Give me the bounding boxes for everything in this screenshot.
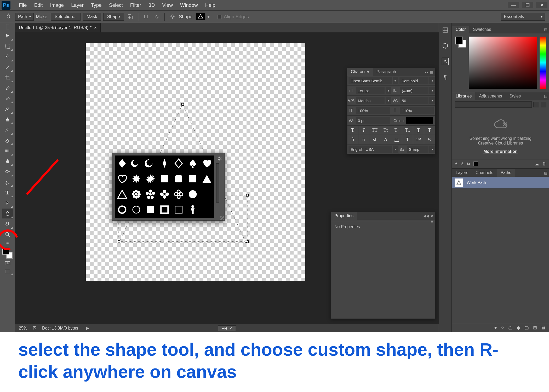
shape-triangle-outline[interactable] [115, 187, 129, 202]
strip-icon-character[interactable]: A [441, 57, 450, 66]
shape-burst[interactable] [129, 171, 143, 186]
panel-collapse-icon[interactable]: ▸▸ [425, 70, 428, 74]
minimize-button[interactable]: — [508, 2, 519, 8]
screenmode-icon[interactable] [2, 268, 13, 275]
close-tab-icon[interactable]: × [94, 25, 97, 30]
tab-libraries[interactable]: Libraries [452, 92, 475, 100]
superscript-button[interactable]: T¹ [391, 125, 402, 135]
allcaps-button[interactable]: TT [369, 125, 380, 135]
path-item-row[interactable]: Work Path [452, 177, 549, 189]
menu-edit[interactable]: Edit [31, 2, 47, 8]
italic-button[interactable]: T [358, 125, 369, 135]
custom-shape-tool[interactable] [2, 209, 13, 218]
lib-tool-cloud-icon[interactable]: ☁ [535, 162, 539, 166]
new-path-icon[interactable]: ▢ [524, 325, 529, 331]
shape-square-fill[interactable] [144, 202, 157, 217]
text-color-swatch[interactable] [406, 117, 433, 124]
leading-dropdown[interactable]: ▾ [430, 87, 435, 94]
strikethrough-button[interactable]: Ŧ [424, 125, 435, 135]
shape-frame[interactable] [158, 202, 171, 217]
shape-crescent-thin[interactable] [144, 156, 157, 171]
panel-menu-icon[interactable]: ▤ [544, 27, 547, 32]
lasso-tool[interactable] [2, 52, 13, 62]
panel-collapsed-3d[interactable]: ◀◀ ✕ [218, 325, 236, 331]
panel-menu-icon[interactable]: ▤ [544, 171, 547, 175]
shape-frame-thin[interactable] [172, 202, 185, 217]
swash-button[interactable]: A [380, 135, 391, 144]
ordinals-button[interactable]: 1ˢᵗ [413, 135, 424, 144]
make-selection-button[interactable]: Selection... [51, 13, 81, 21]
strip-icon-guides[interactable] [441, 26, 450, 34]
lib-tool-color[interactable] [473, 162, 478, 166]
shape-picker-gear-icon[interactable]: ✲ [218, 155, 222, 162]
vscale-field[interactable]: 100% [356, 107, 390, 114]
doc-info[interactable]: Doc: 13.3M/0 bytes [42, 326, 78, 331]
stroke-path-icon[interactable]: ○ [501, 325, 504, 330]
tools-collapse-handle[interactable] [6, 24, 9, 29]
export-icon[interactable]: ⇱ [33, 326, 36, 331]
move-tool[interactable] [2, 31, 13, 41]
libraries-view-list[interactable] [541, 102, 546, 107]
gradient-tool[interactable] [2, 146, 13, 156]
panel-menu-icon[interactable]: ▤ [431, 220, 433, 221]
gear-icon[interactable] [168, 13, 177, 21]
shape-circle[interactable] [186, 187, 199, 202]
lib-tool-fx[interactable]: fx [467, 162, 470, 166]
hand-tool[interactable] [2, 219, 13, 229]
tool-mode-dropdown[interactable]: Path▾ [15, 13, 34, 21]
shape-square[interactable] [158, 171, 171, 186]
titling-button[interactable]: T [402, 135, 413, 144]
shape-triangle[interactable] [200, 171, 214, 186]
menu-layer[interactable]: Layer [67, 2, 87, 8]
baseline-field[interactable]: 0 pt [356, 117, 390, 124]
path-handle[interactable] [164, 240, 166, 242]
font-family-field[interactable]: Open Sans Semib... [348, 77, 392, 84]
kerning-field[interactable]: Metrics [356, 97, 385, 104]
shape-flower8[interactable] [129, 187, 143, 202]
kerning-dropdown[interactable]: ▾ [386, 97, 391, 104]
lib-tool-a2[interactable]: A [461, 162, 464, 166]
shape-flower-outline[interactable] [172, 187, 185, 202]
type-tool[interactable]: T [2, 188, 13, 198]
hue-slider[interactable] [540, 37, 546, 89]
bold-button[interactable]: T [347, 125, 358, 135]
libraries-dropdown[interactable] [455, 101, 532, 108]
shape-heart-outline[interactable] [115, 171, 129, 186]
menu-file[interactable]: File [15, 2, 31, 8]
delete-path-icon[interactable]: 🗑 [541, 325, 546, 330]
path-handle[interactable] [118, 240, 120, 243]
healing-tool[interactable] [2, 94, 13, 103]
align-icon[interactable] [142, 13, 150, 21]
path-handle[interactable] [181, 103, 184, 106]
new-path-icon2[interactable]: ⊞ [533, 325, 537, 331]
menu-3d[interactable]: 3D [145, 2, 158, 8]
panel-menu-icon[interactable]: ▤ [430, 70, 433, 74]
font-size-field[interactable]: 150 pt [356, 87, 385, 94]
tab-channels[interactable]: Channels [472, 169, 497, 177]
discretionary-button[interactable]: st [369, 135, 380, 144]
eyedropper-tool[interactable] [2, 83, 13, 93]
shape-rounded-square[interactable] [172, 171, 185, 186]
path-to-mask-icon[interactable]: ◆ [517, 325, 520, 331]
blur-tool[interactable] [2, 156, 13, 166]
leading-field[interactable]: (Auto) [400, 87, 428, 94]
alt-button[interactable]: σ [358, 135, 369, 144]
font-size-dropdown[interactable]: ▾ [386, 87, 391, 94]
fill-path-icon[interactable]: ● [494, 325, 497, 330]
subscript-button[interactable]: T₁ [402, 125, 413, 135]
tab-swatches[interactable]: Swatches [469, 26, 495, 33]
menu-image[interactable]: Image [46, 2, 67, 8]
stamp-tool[interactable] [2, 114, 13, 124]
strip-icon-paragraph[interactable]: ¶ [441, 73, 450, 82]
doc-info-arrow-icon[interactable]: ▶ [86, 326, 89, 331]
menu-filter[interactable]: Filter [127, 2, 145, 8]
tab-color[interactable]: Color [452, 26, 469, 33]
menu-type[interactable]: Type [87, 2, 105, 8]
antialias-dropdown[interactable]: ▾ [430, 146, 435, 153]
language-field[interactable]: English: USA [348, 146, 392, 153]
strip-icon-swap[interactable] [441, 41, 450, 50]
zoom-value[interactable]: 25% [19, 326, 27, 331]
tab-adjustments[interactable]: Adjustments [475, 92, 506, 100]
tab-character[interactable]: Character [347, 68, 373, 76]
path-ops-icon[interactable] [126, 13, 134, 21]
